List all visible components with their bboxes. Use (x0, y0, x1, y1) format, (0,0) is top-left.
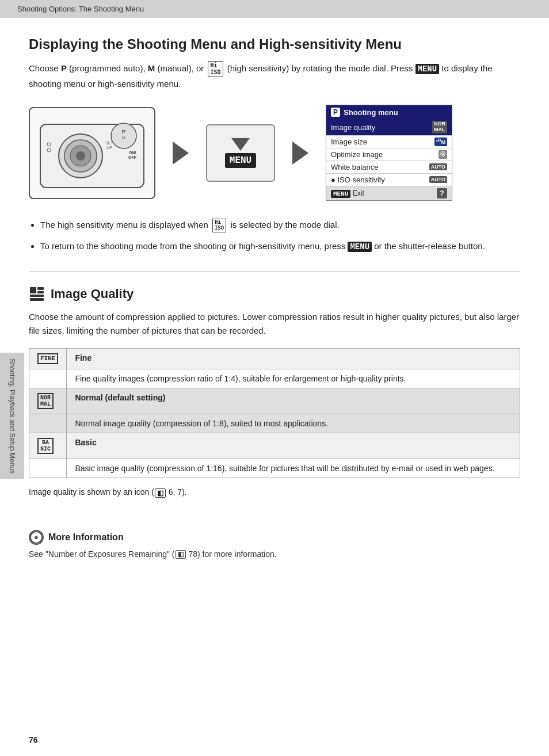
shooting-menu-screenshot: P Shooting menu Image quality NORMAL Ima… (326, 105, 452, 201)
sm-row-label-is: Image size (331, 138, 367, 146)
more-info-section: ● More Information See "Number of Exposu… (29, 521, 520, 559)
intro-menu-key: MENU (415, 64, 440, 74)
camera-svg: P M ON/ OFF SET UP (35, 113, 150, 193)
iq-desc: Choose the amount of compression applied… (29, 310, 520, 338)
diagram-row: P M ON/ OFF SET UP MENU (29, 105, 520, 201)
more-info-end: ) for more information. (197, 549, 277, 559)
sm-footer-left: MENU Exit (331, 189, 364, 197)
sm-header-p-icon: P (331, 108, 340, 117)
table-row-basic-header: BASIC Basic (29, 433, 520, 459)
normal-label-cell: Normal (default setting) (67, 388, 520, 414)
sm-footer: MENU Exit ? (326, 186, 452, 200)
fine-desc-spacer (29, 369, 67, 388)
bullet2-text: To return to the shooting mode from the … (40, 241, 345, 251)
top-header: Shooting Options: The Shooting Menu (0, 0, 549, 18)
side-label: Shooting, Playback and Setup Menus (0, 353, 24, 479)
press-arrow-indicator: MENU (225, 138, 256, 168)
sm-footer-menu-key: MENU (331, 190, 350, 198)
basic-icon-cell: BASIC (29, 433, 67, 459)
fine-badge: FINE (37, 353, 58, 364)
table-row-normal-header: NORMAL Normal (default setting) (29, 388, 520, 414)
more-info-before: See "Number of Exposures Remaining" ( (29, 549, 175, 559)
iq-title-text: Image Quality (51, 287, 134, 301)
table-row-basic-desc: Basic image quality (compression of 1:16… (29, 459, 520, 478)
bullet1-text: The high sensitivity menu is displayed w… (40, 220, 208, 230)
svg-text:●: ● (34, 533, 39, 541)
normal-desc-cell: Normal image quality (compression of 1:8… (67, 414, 520, 433)
bullet2-end: or the shutter-release button. (374, 241, 485, 251)
bullet-2: To return to the shooting mode from the … (40, 238, 520, 254)
section1-title: Displaying the Shooting Menu and High-se… (29, 35, 520, 53)
svg-rect-14 (30, 287, 36, 293)
intro-text: Choose P (programmed auto), M (manual), … (29, 61, 520, 91)
normal-badge: NORMAL (37, 393, 54, 409)
iq-section-icon (29, 286, 45, 302)
normal-desc-spacer (29, 414, 67, 433)
bullet1-end: is selected by the mode dial. (230, 220, 339, 230)
table-row-normal-desc: Normal image quality (compression of 1:8… (29, 414, 520, 433)
svg-text:UP: UP (106, 146, 112, 150)
side-label-text: Shooting, Playback and Setup Menus (8, 358, 16, 474)
sm-row-iso: ● ISO sensitivity AUTO (326, 174, 452, 186)
intro-hiso-desc: (high sensitivity) by rotating the mode … (227, 63, 413, 73)
iq-section-title: Image Quality (29, 286, 520, 302)
sm-row-value-iq: NORMAL (432, 121, 447, 133)
camera-diagram: P M ON/ OFF SET UP (29, 107, 155, 199)
more-info-title-row: ● More Information (29, 530, 520, 545)
hi-iso-inline-icon: HiISO (208, 61, 223, 77)
menu-button-box: MENU (206, 124, 275, 182)
sm-row-label-wb: White balance (331, 163, 378, 171)
svg-rect-16 (37, 291, 44, 293)
sm-row-value-wb: AUTO (429, 163, 447, 170)
svg-rect-18 (30, 298, 44, 301)
sm-footer-help: ? (437, 188, 447, 198)
normal-desc: Normal image quality (compression of 1:8… (75, 419, 328, 428)
basic-desc: Basic image quality (compression of 1:16… (75, 464, 494, 473)
more-info-page: 78 (186, 549, 197, 559)
table-row-fine-header: FINE Fine (29, 349, 520, 369)
intro-after-m: (manual), or (155, 63, 204, 73)
footnote-icon-ref: ◧ (155, 488, 166, 498)
svg-rect-15 (37, 287, 44, 290)
iq-table: FINE Fine Fine quality images (compressi… (29, 348, 520, 478)
more-info-icon-ref: ◧ (176, 550, 186, 559)
more-info-text: See "Number of Exposures Remaining" (◧ 7… (29, 549, 520, 559)
bullet-1: The high sensitivity menu is displayed w… (40, 217, 520, 232)
sm-header-title: Shooting menu (344, 108, 398, 117)
sm-row-wb: White balance AUTO (326, 161, 452, 174)
intro-m: M (148, 63, 155, 73)
arrow-right-1 (173, 142, 189, 165)
svg-rect-17 (30, 295, 44, 297)
basic-label-cell: Basic (67, 433, 520, 459)
sm-header: P Shooting menu (326, 105, 452, 119)
svg-text:M: M (122, 136, 125, 140)
intro-part-before-p: Choose (29, 63, 61, 73)
main-content: Displaying the Shooting Menu and High-se… (0, 18, 549, 576)
svg-text:SET: SET (105, 141, 113, 145)
hi-iso-bullet-icon: HiISO (212, 219, 226, 232)
svg-text:OFF: OFF (128, 155, 137, 159)
footnote-before: Image quality is shown by an icon ( (29, 487, 154, 497)
basic-badge: BASIC (37, 438, 54, 454)
arrow-right-2 (292, 142, 308, 165)
table-row-fine-desc: Fine quality images (compression ratio o… (29, 369, 520, 388)
basic-desc-spacer (29, 459, 67, 478)
sm-row-value-opt: Ⓐ (439, 150, 447, 159)
fine-label: Fine (75, 353, 92, 362)
svg-text:ON/: ON/ (129, 151, 136, 155)
intro-after-p: (programmed auto), (67, 63, 148, 73)
basic-label: Basic (75, 438, 96, 447)
more-info-icon: ● (29, 530, 44, 545)
sm-row-label-iq: Image quality (331, 123, 375, 132)
footnote-page: 6, 7). (166, 487, 187, 497)
page-number: 76 (29, 735, 38, 744)
basic-desc-cell: Basic image quality (compression of 1:16… (67, 459, 520, 478)
sm-row-value-is: ᶠBM (434, 138, 447, 146)
section-divider (29, 272, 520, 272)
fine-desc: Fine quality images (compression ratio o… (75, 374, 406, 383)
sm-row-optimize: Optimize image Ⓐ (326, 148, 452, 161)
bullet-list: The high sensitivity menu is displayed w… (40, 217, 520, 254)
sm-row-image-quality: Image quality NORMAL (326, 119, 452, 136)
sm-footer-exit: Exit (353, 189, 364, 197)
sm-row-image-size: Image size ᶠBM (326, 136, 452, 148)
